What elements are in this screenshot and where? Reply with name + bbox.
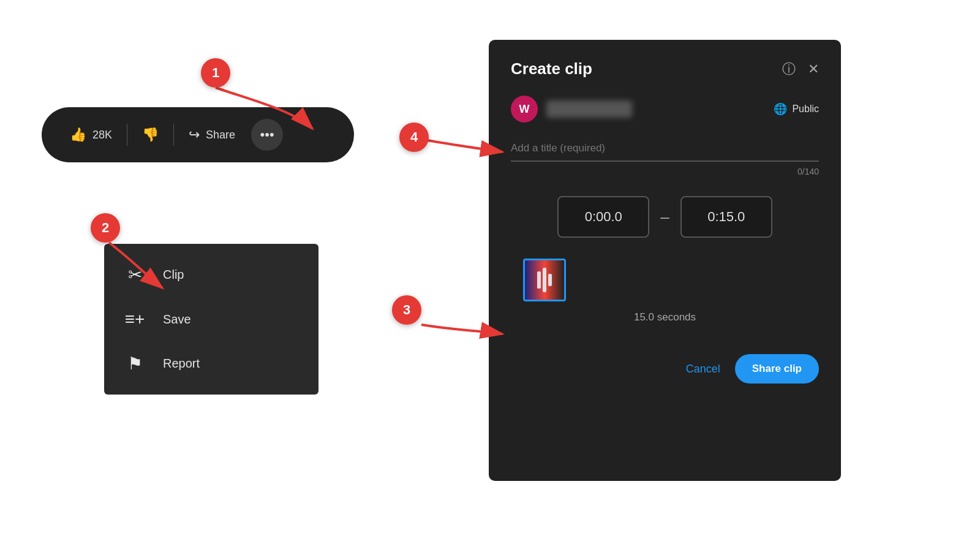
close-button[interactable]: ✕ [808, 61, 819, 77]
scissors-icon: ✂ [124, 265, 146, 285]
dialog-header: Create clip ⓘ ✕ [511, 59, 819, 78]
char-count: 0/140 [511, 167, 819, 176]
share-icon: ↪ [189, 127, 200, 143]
divider-1 [127, 124, 127, 146]
step-3-bubble: 3 [392, 295, 421, 325]
like-button[interactable]: 👍 28K [59, 121, 123, 149]
share-label: Share [206, 129, 235, 142]
cancel-button[interactable]: Cancel [686, 363, 720, 376]
more-options-button[interactable]: ••• [251, 119, 283, 151]
like-count: 28K [92, 129, 112, 142]
dialog-header-icons: ⓘ ✕ [782, 60, 819, 78]
time-separator: – [660, 208, 669, 227]
time-row: 0:00.0 – 0:15.0 [511, 196, 819, 238]
divider-2 [173, 124, 174, 146]
start-time[interactable]: 0:00.0 [557, 196, 649, 238]
duration-label: 15.0 seconds [511, 311, 819, 323]
title-input[interactable] [511, 136, 819, 162]
action-bar: 👍 28K 👎 ↪ Share ••• [42, 107, 354, 162]
clip-bar-1 [537, 271, 541, 289]
dialog-footer: Cancel Share clip [511, 354, 819, 384]
thumbs-up-icon: 👍 [70, 127, 86, 143]
dislike-button[interactable]: 👎 [131, 121, 170, 149]
context-menu: ✂ Clip ≡+ Save ⚑ Report [104, 244, 318, 395]
blurred-username [546, 100, 632, 118]
more-icon: ••• [260, 127, 274, 143]
share-button[interactable]: ↪ Share [178, 121, 246, 149]
menu-item-report[interactable]: ⚑ Report [104, 341, 318, 386]
menu-item-save[interactable]: ≡+ Save [104, 297, 318, 341]
dialog-title: Create clip [511, 59, 592, 78]
user-row: W 🌐 Public [511, 96, 819, 123]
clip-bar-2 [543, 268, 546, 292]
info-button[interactable]: ⓘ [782, 60, 796, 78]
clip-bars [537, 268, 552, 292]
save-icon: ≡+ [124, 309, 146, 329]
step-1-bubble: 1 [201, 58, 230, 88]
step-4-bubble: 4 [399, 123, 429, 152]
menu-item-clip[interactable]: ✂ Clip [104, 252, 318, 297]
menu-report-label: Report [163, 357, 200, 371]
flag-icon: ⚑ [124, 354, 146, 374]
thumbs-down-icon: 👎 [142, 127, 159, 143]
close-icon: ✕ [808, 61, 819, 77]
share-clip-button[interactable]: Share clip [735, 354, 819, 384]
clip-thumbnail [523, 259, 566, 301]
public-label: 🌐 Public [774, 102, 819, 116]
end-time[interactable]: 0:15.0 [680, 196, 772, 238]
title-input-wrapper [511, 136, 819, 162]
create-clip-dialog: Create clip ⓘ ✕ W 🌐 Public 0/140 0:00.0 … [489, 40, 841, 481]
globe-icon: 🌐 [774, 102, 787, 116]
info-icon: ⓘ [782, 61, 796, 77]
menu-save-label: Save [163, 312, 191, 327]
avatar: W [511, 96, 538, 123]
step-2-bubble: 2 [91, 213, 120, 243]
menu-clip-label: Clip [163, 268, 184, 282]
clip-preview-area [511, 259, 819, 301]
clip-bar-3 [548, 274, 552, 286]
